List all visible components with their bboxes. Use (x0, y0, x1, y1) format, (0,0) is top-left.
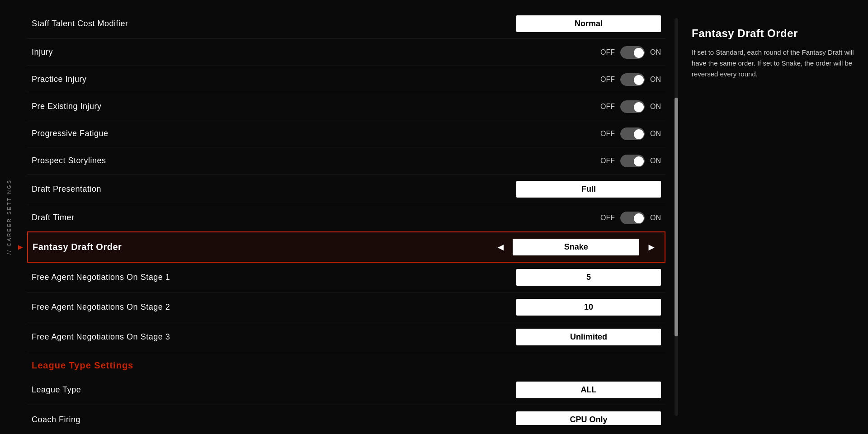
prog-fatigue-off-label: OFF (600, 130, 615, 138)
progressive-fatigue-label: Progressive Fatigue (32, 129, 108, 138)
settings-panel[interactable]: Staff Talent Cost Modifier Normal Injury… (18, 9, 675, 425)
fantasy-draft-left-arrow[interactable]: ◄ (492, 240, 509, 255)
pre-existing-on-label: ON (650, 103, 661, 111)
setting-row-fa-neg-stage1[interactable]: Free Agent Negotiations On Stage 1 5 (27, 263, 665, 292)
staff-talent-label: Staff Talent Cost Modifier (32, 19, 128, 28)
prog-fatigue-on-label: ON (650, 130, 661, 138)
setting-row-draft-timer[interactable]: Draft Timer OFF ON (27, 204, 665, 231)
practice-injury-toggle-container: OFF ON (600, 73, 661, 86)
fa-neg-stage1-label: Free Agent Negotiations On Stage 1 (32, 273, 170, 282)
pre-existing-label: Pre Existing Injury (32, 102, 102, 111)
draft-timer-off-label: OFF (600, 214, 615, 222)
prospect-storylines-label: Prospect Storylines (32, 156, 106, 165)
prospect-on-label: ON (650, 157, 661, 165)
pre-existing-off-label: OFF (600, 103, 615, 111)
scrollbar[interactable] (675, 18, 678, 416)
fantasy-draft-value: Snake (513, 239, 639, 255)
draft-timer-toggle[interactable] (620, 212, 645, 224)
pre-existing-toggle[interactable] (620, 100, 645, 113)
coach-firing-value[interactable]: CPU Only (516, 411, 661, 425)
fa-neg-stage3-label: Free Agent Negotiations On Stage 3 (32, 332, 170, 342)
draft-presentation-label: Draft Presentation (32, 184, 101, 194)
setting-row-fantasy-draft-order[interactable]: ➤ Fantasy Draft Order ◄ Snake ► (27, 231, 665, 263)
selected-indicator: ➤ (18, 241, 24, 254)
staff-talent-value[interactable]: Normal (516, 15, 661, 32)
prospect-storylines-toggle[interactable] (620, 155, 645, 167)
injury-toggle-knob (634, 48, 644, 58)
setting-row-practice-injury[interactable]: Practice Injury OFF ON (27, 66, 665, 93)
injury-label: Injury (32, 47, 53, 57)
setting-row-injury[interactable]: Injury OFF ON (27, 39, 665, 66)
prospect-off-label: OFF (600, 157, 615, 165)
league-type-value[interactable]: ALL (516, 382, 661, 398)
draft-timer-toggle-knob (634, 213, 644, 223)
sidebar-label: // Career Settings (0, 0, 18, 434)
setting-row-draft-presentation[interactable]: Draft Presentation Full (27, 175, 665, 204)
coach-firing-label: Coach Firing (32, 415, 80, 425)
pre-existing-toggle-knob (634, 102, 644, 112)
info-panel: Fantasy Draft Order If set to Standard, … (678, 9, 868, 425)
fa-neg-stage1-value[interactable]: 5 (516, 269, 661, 286)
injury-toggle[interactable] (620, 46, 645, 59)
draft-timer-label: Draft Timer (32, 213, 75, 222)
scrollbar-thumb[interactable] (675, 98, 678, 336)
practice-injury-label: Practice Injury (32, 75, 87, 84)
draft-timer-toggle-container: OFF ON (600, 212, 661, 224)
practice-off-label: OFF (600, 75, 615, 84)
setting-row-league-type[interactable]: League Type ALL (27, 375, 665, 405)
league-type-section-title: League Type Settings (32, 360, 133, 370)
fa-neg-stage2-label: Free Agent Negotiations On Stage 2 (32, 302, 170, 312)
practice-injury-toggle-knob (634, 75, 644, 85)
injury-on-label: ON (650, 48, 661, 57)
progressive-fatigue-toggle[interactable] (620, 127, 645, 140)
setting-row-prospect-storylines[interactable]: Prospect Storylines OFF ON (27, 147, 665, 175)
setting-row-staff-talent[interactable]: Staff Talent Cost Modifier Normal (27, 9, 665, 39)
setting-row-progressive-fatigue[interactable]: Progressive Fatigue OFF ON (27, 120, 665, 147)
prospect-toggle-knob (634, 156, 644, 166)
fantasy-draft-order-label: Fantasy Draft Order (33, 242, 122, 252)
progressive-fatigue-toggle-container: OFF ON (600, 127, 661, 140)
setting-row-fa-neg-stage3[interactable]: Free Agent Negotiations On Stage 3 Unlim… (27, 322, 665, 352)
league-type-label: League Type (32, 385, 81, 395)
fa-neg-stage3-value[interactable]: Unlimited (516, 329, 661, 345)
league-type-section-header: League Type Settings (27, 352, 665, 375)
setting-row-coach-firing[interactable]: Coach Firing CPU Only (27, 405, 665, 425)
injury-off-label: OFF (600, 48, 615, 57)
fa-neg-stage2-value[interactable]: 10 (516, 299, 661, 316)
draft-timer-on-label: ON (650, 214, 661, 222)
prospect-storylines-toggle-container: OFF ON (600, 155, 661, 167)
fantasy-draft-right-arrow[interactable]: ► (643, 240, 660, 255)
fantasy-draft-arrow-selector: ◄ Snake ► (492, 239, 660, 255)
prog-fatigue-toggle-knob (634, 129, 644, 139)
practice-injury-toggle[interactable] (620, 73, 645, 86)
main-content: Staff Talent Cost Modifier Normal Injury… (18, 0, 868, 434)
injury-toggle-container: OFF ON (600, 46, 661, 59)
info-description: If set to Standard, each round of the Fa… (692, 47, 854, 80)
pre-existing-toggle-container: OFF ON (600, 100, 661, 113)
practice-on-label: ON (650, 75, 661, 84)
setting-row-fa-neg-stage2[interactable]: Free Agent Negotiations On Stage 2 10 (27, 292, 665, 322)
draft-presentation-value[interactable]: Full (516, 181, 661, 198)
setting-row-pre-existing[interactable]: Pre Existing Injury OFF ON (27, 93, 665, 120)
info-title: Fantasy Draft Order (692, 27, 854, 40)
